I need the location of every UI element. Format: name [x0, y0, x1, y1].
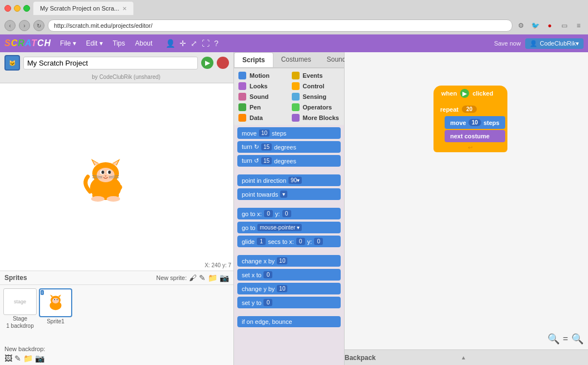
block-set-y[interactable]: set y to 0	[237, 297, 341, 308]
block-point-direction[interactable]: point in direction 90▾	[237, 174, 341, 186]
camera-sprite-icon[interactable]: 📷	[220, 273, 229, 282]
green-flag-button[interactable]: ▶	[201, 57, 213, 69]
cat-sensing[interactable]: Sensing	[290, 92, 342, 102]
browser-tab[interactable]: My Scratch Project on Scra... ✕	[33, 2, 133, 15]
block-move-steps[interactable]: move 10 steps	[237, 127, 341, 139]
close-traffic-light[interactable]	[4, 5, 11, 12]
cat-motion[interactable]: Motion	[236, 71, 289, 81]
minimize-traffic-light[interactable]	[14, 5, 21, 12]
user-menu-button[interactable]: 👤 CodeClubRik▾	[525, 38, 584, 49]
maximize-traffic-light[interactable]	[23, 5, 30, 12]
tab-close-icon[interactable]: ✕	[122, 6, 127, 12]
cat-pen[interactable]: Pen	[236, 102, 289, 112]
backdrop-camera-icon[interactable]: 📷	[35, 354, 44, 363]
block-point-towards[interactable]: point towards ▾	[237, 188, 341, 200]
block-glide[interactable]: glide 1 secs to x: 0 y: 0	[237, 236, 341, 247]
next-costume-block[interactable]: next costume	[445, 130, 505, 142]
browser-icon-4[interactable]: ▭	[559, 21, 569, 31]
categories-right: Events Control Sensing Operators	[290, 71, 342, 123]
stage-thumbnail[interactable]: stage Stage 1 backdrop	[3, 288, 37, 338]
block-spacer-3	[237, 249, 341, 253]
block-go-to-xy[interactable]: go to x: 0 y: 0	[237, 208, 341, 219]
fullscreen-icon[interactable]: ⤢	[191, 39, 197, 48]
block-turn-ccw[interactable]: turn ↺ 15 degrees	[237, 155, 341, 167]
back-button[interactable]: ‹	[4, 20, 16, 31]
block-move-input[interactable]: 10	[259, 129, 270, 137]
backdrop-paint-icon[interactable]: 🖼	[4, 354, 12, 363]
block-change-x[interactable]: change x by 10	[237, 255, 341, 267]
present-icon[interactable]: ⛶	[202, 39, 210, 48]
move-icon[interactable]: ✛	[180, 39, 186, 48]
forward-button[interactable]: ›	[19, 20, 30, 31]
hat-block[interactable]: when ▶ clicked	[433, 86, 507, 103]
browser-icon-3[interactable]: ●	[545, 21, 555, 31]
block-spacer-1	[237, 169, 341, 172]
backdrop-folder-icon[interactable]: 📁	[23, 354, 33, 363]
tab-title: My Scratch Project on Scra...	[40, 5, 119, 12]
cat-data[interactable]: Data	[236, 113, 289, 123]
flag-icon: ▶	[460, 89, 469, 98]
cat-control-label: Control	[303, 83, 325, 89]
cat-events[interactable]: Events	[290, 71, 342, 81]
new-backdrop-area: New backdrop: 🖼 ✎ 📁 📷	[0, 343, 233, 365]
menu-edit[interactable]: Edit ▾	[82, 38, 107, 48]
block-set-x-input[interactable]: 0	[263, 271, 272, 278]
inner-move-value[interactable]: 10	[469, 119, 481, 126]
paint-sprite-icon[interactable]: 🖌	[189, 273, 197, 282]
block-glide-x[interactable]: 0	[296, 238, 305, 245]
block-go-x-input[interactable]: 0	[264, 210, 273, 217]
cat-control[interactable]: Control	[290, 81, 342, 91]
project-name-input[interactable]	[23, 57, 198, 69]
browser-icon-2[interactable]: 🐦	[530, 21, 540, 31]
url-bar[interactable]: http://scratch.mit.edu/projects/editor/	[48, 19, 512, 32]
block-set-x[interactable]: set x to 0	[237, 269, 341, 281]
zoom-in-button[interactable]: 🔍	[571, 333, 584, 345]
repeat-block[interactable]: repeat 20 move 10 steps	[433, 103, 507, 152]
inner-move-label: move	[450, 119, 466, 126]
cat-looks[interactable]: Looks	[236, 81, 289, 91]
block-goto-dropdown[interactable]: mouse-pointer ▾	[257, 224, 302, 231]
cat-sound-dot	[238, 93, 246, 101]
browser-menu-icon[interactable]: ≡	[574, 21, 584, 31]
block-turn-cw-input[interactable]: 15	[261, 143, 272, 151]
tab-scripts[interactable]: Scripts	[234, 52, 273, 67]
zoom-reset-button[interactable]: =	[563, 334, 568, 344]
help-icon[interactable]: ?	[214, 39, 218, 48]
block-direction-dropdown[interactable]: 90▾	[288, 177, 302, 184]
menu-tips[interactable]: Tips	[108, 38, 129, 48]
save-now-button[interactable]: Save now	[494, 40, 521, 47]
zoom-out-button[interactable]: 🔍	[547, 333, 560, 345]
block-towards-dropdown[interactable]: ▾	[280, 191, 287, 198]
block-change-y-input[interactable]: 10	[277, 285, 287, 292]
menu-about[interactable]: About	[131, 38, 157, 48]
cat-more-blocks[interactable]: More Blocks	[290, 113, 342, 123]
sprite1-thumbnail[interactable]: i	[39, 288, 72, 338]
repeat-value[interactable]: 20	[462, 106, 477, 113]
browser-icon-1[interactable]: ⚙	[516, 21, 526, 31]
new-sprite-label: New sprite:	[156, 274, 187, 281]
folder-sprite-icon[interactable]: 📁	[208, 273, 217, 282]
block-if-edge-bounce[interactable]: if on edge, bounce	[237, 316, 341, 327]
block-turn-ccw-input[interactable]: 15	[261, 157, 272, 164]
toolbar-icons: 👤 ✛ ⤢ ⛶ ?	[166, 39, 218, 48]
block-change-x-input[interactable]: 10	[277, 257, 287, 264]
stop-button[interactable]	[217, 57, 229, 69]
block-glide-secs[interactable]: 1	[257, 238, 266, 245]
block-glide-y[interactable]: 0	[314, 238, 323, 245]
cat-operators[interactable]: Operators	[290, 102, 342, 112]
edit-sprite-icon[interactable]: ✎	[199, 273, 206, 282]
backdrop-edit-icon[interactable]: ✎	[14, 354, 21, 363]
tab-costumes[interactable]: Costumes	[273, 52, 319, 67]
block-change-y[interactable]: change y by 10	[237, 283, 341, 294]
block-go-y-input[interactable]: 0	[282, 210, 291, 217]
inner-move-block[interactable]: move 10 steps	[445, 116, 505, 129]
block-turn-cw[interactable]: turn ↻ 15 degrees	[237, 141, 341, 153]
cat-sound[interactable]: Sound	[236, 92, 289, 102]
person-icon[interactable]: 👤	[166, 39, 175, 48]
block-set-y-input[interactable]: 0	[263, 299, 272, 306]
block-go-to[interactable]: go to mouse-pointer ▾	[237, 222, 341, 233]
info-badge[interactable]: i	[41, 290, 44, 295]
menu-file[interactable]: File ▾	[56, 38, 81, 48]
refresh-button[interactable]: ↻	[33, 20, 44, 31]
sprite1-thumb-box: i	[39, 288, 72, 317]
